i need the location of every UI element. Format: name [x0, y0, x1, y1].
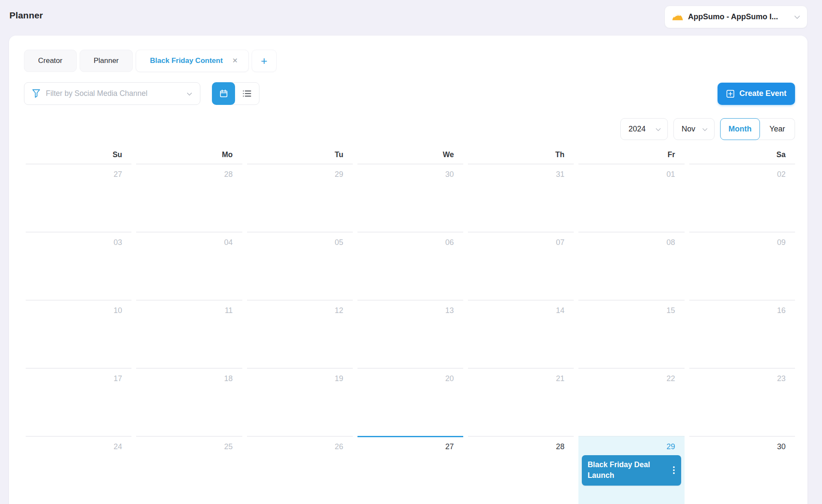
- list-icon: [243, 90, 251, 97]
- event-card[interactable]: Black Friday Deal Launch: [582, 455, 681, 486]
- event-title: Black Friday Deal Launch: [587, 460, 650, 480]
- day-number: 04: [136, 233, 242, 247]
- weekday-header: Fr: [578, 150, 684, 164]
- top-bar: Planner AppSumo - AppSumo I...: [0, 0, 822, 36]
- day-cell[interactable]: 28: [468, 436, 574, 504]
- day-cell[interactable]: 04: [136, 232, 242, 300]
- filter-channel-select[interactable]: Filter by Social Media Channel: [24, 82, 200, 105]
- day-cell[interactable]: 09: [689, 232, 795, 300]
- day-number: 24: [26, 437, 131, 451]
- chevron-down-icon: [187, 90, 192, 98]
- day-number: 02: [689, 164, 795, 179]
- create-event-button[interactable]: Create Event: [718, 83, 795, 105]
- day-cell[interactable]: 21: [468, 368, 574, 436]
- day-cell[interactable]: 16: [689, 300, 795, 368]
- day-number: 29: [578, 437, 684, 451]
- day-cell[interactable]: 30: [357, 164, 463, 232]
- tab-bar: Creator Planner Black Friday Content ✕ +: [24, 50, 795, 72]
- weekday-header: Th: [468, 150, 574, 164]
- day-cell[interactable]: 03: [26, 232, 131, 300]
- day-cell[interactable]: 02: [689, 164, 795, 232]
- day-cell[interactable]: 26: [247, 436, 353, 504]
- plus-icon: +: [261, 54, 267, 68]
- day-cell[interactable]: 10: [26, 300, 131, 368]
- plus-square-icon: [726, 89, 735, 98]
- day-number: 16: [689, 301, 795, 315]
- day-number: 26: [247, 437, 353, 451]
- day-cell[interactable]: 30: [689, 436, 795, 504]
- day-number: 09: [689, 233, 795, 247]
- chevron-down-icon: [794, 13, 800, 21]
- planner-panel: Creator Planner Black Friday Content ✕ +…: [9, 36, 807, 504]
- toggle-month[interactable]: Month: [720, 118, 760, 140]
- weekday-header: Sa: [689, 150, 795, 164]
- view-toggle: [212, 82, 259, 105]
- day-cell[interactable]: 20: [357, 368, 463, 436]
- day-number: 31: [468, 164, 574, 179]
- day-number: 30: [357, 164, 463, 179]
- day-number: 17: [26, 369, 131, 383]
- day-cell[interactable]: 24: [26, 436, 131, 504]
- tab-label: Planner: [94, 57, 119, 65]
- close-icon[interactable]: ✕: [232, 57, 238, 64]
- date-controls: 2024 Nov Month Year: [24, 118, 795, 140]
- day-cell-today[interactable]: 27: [357, 436, 463, 504]
- appsumo-taco-icon: [672, 13, 683, 21]
- calendar-view-button[interactable]: [212, 82, 235, 105]
- day-number: 03: [26, 233, 131, 247]
- weekday-header: Tu: [247, 150, 353, 164]
- day-number: 28: [468, 437, 574, 451]
- workspace-label: AppSumo - AppSumo I...: [688, 12, 789, 21]
- day-cell[interactable]: 05: [247, 232, 353, 300]
- filter-funnel-icon: [32, 89, 40, 98]
- day-cell[interactable]: 31: [468, 164, 574, 232]
- day-cell[interactable]: 19: [247, 368, 353, 436]
- day-number: 30: [689, 437, 795, 451]
- day-number: 20: [357, 369, 463, 383]
- day-cell[interactable]: 23: [689, 368, 795, 436]
- day-cell[interactable]: 08: [578, 232, 684, 300]
- calendar-icon: [219, 89, 228, 98]
- workspace-selector[interactable]: AppSumo - AppSumo I...: [664, 6, 807, 28]
- tab-planner[interactable]: Planner: [80, 50, 133, 72]
- create-event-label: Create Event: [739, 89, 786, 98]
- day-cell[interactable]: 27: [26, 164, 131, 232]
- weekday-header: Mo: [136, 150, 242, 164]
- tab-black-friday-content[interactable]: Black Friday Content ✕: [136, 50, 248, 72]
- day-cell[interactable]: 11: [136, 300, 242, 368]
- list-view-button[interactable]: [235, 83, 259, 104]
- toolbar: Filter by Social Media Channel: [24, 82, 795, 105]
- day-cell[interactable]: 06: [357, 232, 463, 300]
- chevron-down-icon: [655, 125, 661, 134]
- day-cell[interactable]: 14: [468, 300, 574, 368]
- day-cell[interactable]: 18: [136, 368, 242, 436]
- weekday-header: We: [357, 150, 463, 164]
- day-cell[interactable]: 15: [578, 300, 684, 368]
- day-cell[interactable]: 01: [578, 164, 684, 232]
- month-year-toggle: Month Year: [720, 118, 795, 140]
- day-cell[interactable]: 29: [247, 164, 353, 232]
- add-tab-button[interactable]: +: [252, 50, 277, 72]
- tab-creator[interactable]: Creator: [24, 50, 77, 72]
- day-number: 27: [357, 437, 463, 451]
- day-number: 13: [357, 301, 463, 315]
- calendar-grid: Su Mo Tu We Th Fr Sa 27 28 29 30 31 01 0…: [26, 150, 795, 504]
- day-cell[interactable]: 22: [578, 368, 684, 436]
- day-cell-selected[interactable]: 29 Black Friday Deal Launch: [578, 436, 684, 504]
- day-cell[interactable]: 07: [468, 232, 574, 300]
- day-number: 22: [578, 369, 684, 383]
- day-number: 28: [136, 164, 242, 179]
- year-select[interactable]: 2024: [620, 118, 668, 140]
- day-cell[interactable]: 25: [136, 436, 242, 504]
- toggle-year[interactable]: Year: [757, 118, 795, 140]
- month-value: Nov: [682, 125, 696, 134]
- month-select[interactable]: Nov: [673, 118, 715, 140]
- kebab-menu-icon[interactable]: [670, 464, 678, 476]
- day-number: 14: [468, 301, 574, 315]
- day-cell[interactable]: 17: [26, 368, 131, 436]
- day-cell[interactable]: 13: [357, 300, 463, 368]
- day-cell[interactable]: 28: [136, 164, 242, 232]
- tab-label: Black Friday Content: [150, 57, 223, 65]
- day-number: 18: [136, 369, 242, 383]
- day-cell[interactable]: 12: [247, 300, 353, 368]
